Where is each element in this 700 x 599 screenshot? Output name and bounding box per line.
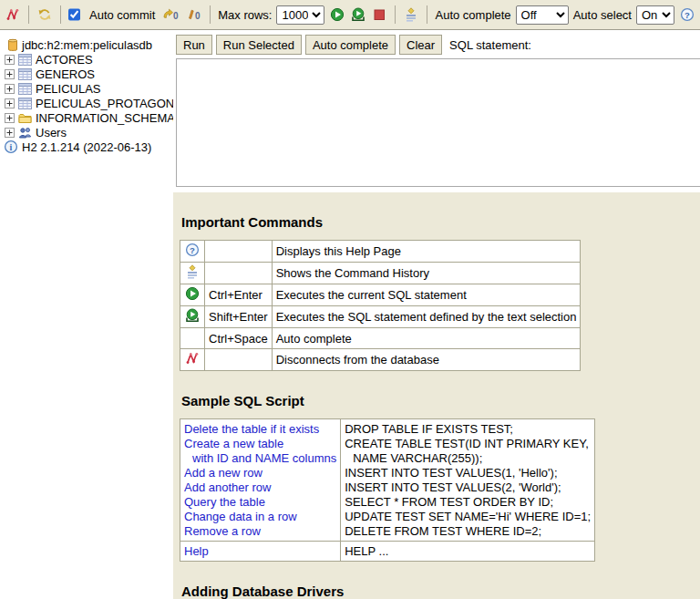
- tree-item-peliculas[interactable]: PELICULAS: [0, 81, 173, 96]
- command-row: Disconnects from the database: [180, 349, 581, 371]
- run-icon: [185, 286, 200, 301]
- script-sql-text: HELP ...: [345, 544, 591, 559]
- script-link[interactable]: Help: [184, 544, 209, 558]
- svg-text:0: 0: [195, 11, 201, 21]
- table-icon: [18, 68, 32, 80]
- toolbar-separator: [210, 5, 211, 24]
- expand-icon[interactable]: [5, 113, 15, 123]
- refresh-icon[interactable]: [36, 6, 53, 23]
- script-sql-text: NAME VARCHAR(255));: [345, 451, 591, 466]
- script-sql-text: CREATE TABLE TEST(ID INT PRIMARY KEY,: [345, 437, 591, 451]
- run-selected-icon[interactable]: [350, 6, 366, 23]
- history-icon: [185, 264, 200, 279]
- auto-select-select[interactable]: On: [636, 5, 674, 25]
- auto-complete-select[interactable]: Off: [516, 5, 569, 25]
- clear-button[interactable]: Clear: [399, 35, 442, 55]
- run-button[interactable]: Run: [176, 35, 212, 55]
- expand-icon[interactable]: [5, 55, 15, 65]
- auto-commit-checkbox[interactable]: [68, 8, 80, 21]
- tree-item-label: INFORMATION_SCHEMA: [36, 111, 173, 125]
- expand-icon[interactable]: [5, 128, 15, 138]
- command-row: ?Displays this Help Page: [180, 241, 581, 263]
- tree-item-version[interactable]: iH2 2.1.214 (2022-06-13): [0, 139, 173, 154]
- script-sql-cell: DROP TABLE IF EXISTS TEST;CREATE TABLE T…: [341, 419, 595, 542]
- script-links-cell: Help: [180, 542, 341, 562]
- toolbar: Auto commit 0 0 Max rows: 1000 Auto comp…: [0, 0, 700, 30]
- tree-item-generos[interactable]: GENEROS: [0, 67, 173, 81]
- command-icon-cell: [180, 306, 205, 328]
- script-link[interactable]: Remove a row: [184, 524, 261, 538]
- tree-item-actores[interactable]: ACTORES: [0, 52, 173, 67]
- tree-item-root[interactable]: jdbc:h2:mem:peliculasdb: [0, 37, 173, 52]
- expand-icon[interactable]: [5, 84, 15, 94]
- command-description: Shows the Command History: [272, 263, 581, 284]
- commit-icon[interactable]: 0: [161, 6, 180, 23]
- command-description: Disconnects from the database: [272, 349, 581, 371]
- script-links-cell: Delete the table if it existsCreate a ne…: [180, 419, 341, 542]
- script-sql-text: INSERT INTO TEST VALUES(1, 'Hello');: [345, 466, 591, 480]
- svg-text:?: ?: [190, 245, 195, 255]
- script-sql-text: DELETE FROM TEST WHERE ID=2;: [345, 524, 591, 539]
- sql-textarea[interactable]: [176, 58, 700, 187]
- script-sql-cell: HELP ...: [341, 542, 595, 562]
- command-row: Shift+EnterExecutes the SQL statement de…: [180, 306, 581, 328]
- max-rows-label: Max rows:: [218, 8, 272, 22]
- script-link[interactable]: with ID and NAME columns: [192, 451, 336, 465]
- max-rows-select[interactable]: 1000: [276, 5, 324, 25]
- script-link[interactable]: Add a new row: [184, 466, 262, 480]
- important-commands-table: ?Displays this Help PageShows the Comman…: [180, 240, 581, 371]
- help-icon[interactable]: ?: [679, 6, 695, 23]
- command-row: Ctrl+SpaceAuto complete: [180, 328, 581, 349]
- script-sql-text: SELECT * FROM TEST ORDER BY ID;: [345, 495, 591, 510]
- tree-item-label: jdbc:h2:mem:peliculasdb: [22, 38, 152, 52]
- script-sql-text: INSERT INTO TEST VALUES(2, 'World');: [345, 480, 591, 495]
- tree-item-users[interactable]: Users: [0, 125, 173, 139]
- expand-icon[interactable]: [5, 98, 15, 108]
- disconnect-icon[interactable]: [5, 6, 21, 23]
- script-sql-text: DROP TABLE IF EXISTS TEST;: [345, 422, 591, 437]
- script-link[interactable]: Create a new table: [184, 437, 283, 450]
- script-link[interactable]: Add another row: [184, 480, 271, 494]
- auto-select-label: Auto select: [573, 8, 632, 22]
- script-row: HelpHELP ...: [180, 542, 595, 562]
- info-icon: i: [4, 139, 18, 154]
- toolbar-separator: [395, 5, 396, 24]
- script-link[interactable]: Query the table: [184, 495, 265, 509]
- expand-icon[interactable]: [5, 69, 15, 79]
- command-description: Auto complete: [272, 328, 581, 349]
- command-description: Displays this Help Page: [272, 241, 581, 263]
- tree-item-label: PELICULAS: [36, 82, 101, 96]
- command-row: Shows the Command History: [180, 263, 581, 284]
- command-icon-cell: [180, 328, 205, 349]
- script-link[interactable]: Delete the table if it exists: [184, 422, 319, 436]
- database-tree: jdbc:h2:mem:peliculasdbACTORESGENEROSPEL…: [0, 31, 173, 599]
- auto-complete-button[interactable]: Auto complete: [305, 35, 396, 55]
- toolbar-separator: [28, 5, 29, 24]
- run-icon[interactable]: [329, 6, 345, 23]
- folder-icon: [18, 112, 32, 124]
- table-icon: [18, 98, 32, 109]
- script-row: Delete the table if it existsCreate a ne…: [180, 419, 595, 542]
- script-link[interactable]: Change data in a row: [184, 510, 297, 523]
- svg-text:i: i: [10, 142, 13, 152]
- tree-item-label: H2 2.1.214 (2022-06-13): [22, 140, 151, 154]
- command-shortcut: [205, 241, 273, 263]
- table-icon: [18, 54, 32, 66]
- command-shortcut: [205, 349, 273, 371]
- tree-item-information-schema[interactable]: INFORMATION_SCHEMA: [0, 110, 173, 125]
- auto-commit-label[interactable]: Auto commit: [89, 8, 155, 22]
- sample-sql-title: Sample SQL Script: [181, 393, 700, 409]
- tree-item-label: PELICULAS_PROTAGONISTAS: [36, 97, 173, 110]
- rollback-icon[interactable]: 0: [184, 6, 202, 23]
- command-icon-cell: [180, 349, 205, 371]
- command-description: Executes the SQL statement defined by th…: [272, 306, 581, 328]
- disconnect-icon: [185, 351, 200, 366]
- svg-text:0: 0: [173, 11, 179, 21]
- history-icon[interactable]: [403, 6, 419, 23]
- command-shortcut: Ctrl+Space: [205, 328, 273, 349]
- help-panel: Important Commands ?Displays this Help P…: [173, 192, 700, 599]
- tree-item-peliculas-protagonistas[interactable]: PELICULAS_PROTAGONISTAS: [0, 96, 173, 110]
- command-icon-cell: [180, 284, 205, 306]
- cancel-icon[interactable]: [371, 6, 387, 23]
- run-selected-button[interactable]: Run Selected: [216, 35, 302, 55]
